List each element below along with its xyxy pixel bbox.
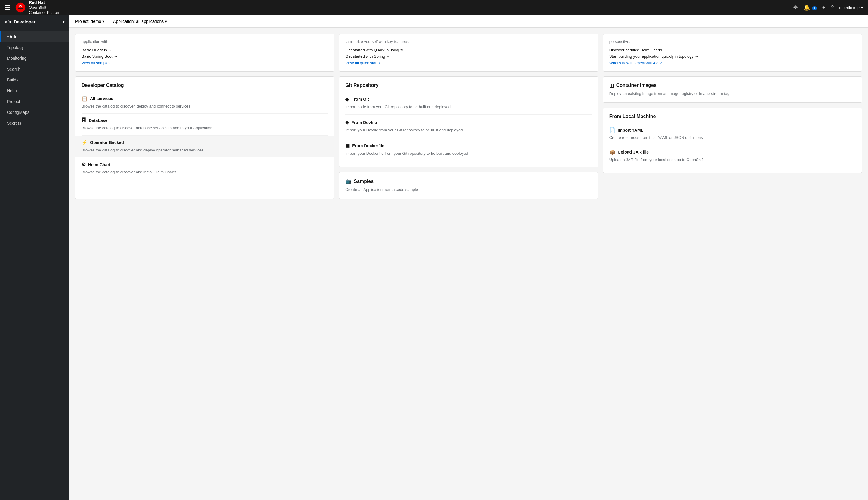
sidebar-nav: +Add Topology Monitoring Search Builds H… <box>0 29 69 131</box>
help-icon[interactable]: ? <box>831 4 834 11</box>
from-devfile-title: ◈ From Devfile <box>345 120 592 125</box>
whats-new-label: What's new in OpenShift 4.8 <box>609 61 659 65</box>
get-started-quarkus-link[interactable]: Get started with Quarkus using s2i → <box>345 48 592 52</box>
upload-jar-desc: Upload a JAR file from your local deskto… <box>609 157 856 163</box>
top-nav-right: ☫ 🔔 4 + ? opentlc-mgr ▾ <box>793 4 863 11</box>
import-yaml-desc: Create resources from their YAML or JSON… <box>609 135 856 141</box>
notification-icon[interactable]: 🔔 4 <box>803 4 817 11</box>
all-services-title: 📋 All services <box>81 96 328 102</box>
whatsnew-partial-card: perspective. Discover certified Helm Cha… <box>603 34 862 71</box>
redhat-logo <box>15 2 26 13</box>
user-menu[interactable]: opentlc-mgr ▾ <box>839 5 863 10</box>
project-selector[interactable]: Project: demo ▾ <box>75 19 104 24</box>
sidebar: </> Developer ▾ +Add Topology Monitoring… <box>0 15 69 500</box>
sidebar-item-configmaps[interactable]: ConfigMaps <box>0 107 69 118</box>
from-dockerfile-icon: ▣ <box>345 143 350 149</box>
import-yaml-icon: 📄 <box>609 127 615 133</box>
helm-chart-icon: ⚙ <box>81 162 86 167</box>
database-icon: 🗄 <box>81 118 86 123</box>
hamburger-icon[interactable]: ☰ <box>5 4 10 11</box>
database-item[interactable]: 🗄 Database Browse the catalog to discove… <box>81 114 328 136</box>
basic-spring-boot-link[interactable]: Basic Spring Boot → <box>81 54 328 59</box>
container-images-desc: Deploy an existing Image from an Image r… <box>609 91 856 97</box>
upload-jar-title: 📦 Upload JAR file <box>609 149 856 155</box>
from-dockerfile-item[interactable]: ▣ From Dockerfile Import your Dockerfile… <box>345 138 592 161</box>
quickstarts-partial-card: familiarize yourself with key features. … <box>339 34 598 71</box>
content-area: Project: demo ▾ | Application: all appli… <box>69 15 868 500</box>
whats-new-openshift-link[interactable]: What's new in OpenShift 4.8 <box>609 61 663 65</box>
sidebar-item-helm[interactable]: Helm <box>0 85 69 96</box>
view-all-quickstarts-link[interactable]: View all quick starts <box>345 61 380 65</box>
top-navigation: ☰ Red Hat OpenShift Container Platform ☫… <box>0 0 868 15</box>
container-images-icon: ◫ <box>609 83 614 88</box>
quickstarts-partial-text: familiarize yourself with key features. <box>345 39 592 45</box>
sidebar-item-search[interactable]: Search <box>0 64 69 75</box>
sidebar-item-project[interactable]: Project <box>0 96 69 107</box>
add-icon[interactable]: + <box>822 4 826 11</box>
git-repository-card: Git Repository ◆ From Git Import code fr… <box>339 76 598 168</box>
upload-jar-item[interactable]: 📦 Upload JAR file Upload a JAR file from… <box>609 145 856 167</box>
operator-backed-title: ⚡ Operator Backed <box>81 140 328 146</box>
main-layout: </> Developer ▾ +Add Topology Monitoring… <box>0 15 868 500</box>
operator-backed-desc: Browse the catalog to discover and deplo… <box>81 147 328 153</box>
container-images-card[interactable]: ◫ Container images Deploy an existing Im… <box>603 76 862 103</box>
samples-partial-card: application with. Basic Quarkus → Basic … <box>75 34 334 71</box>
notification-badge: 4 <box>812 6 817 10</box>
brand: Red Hat OpenShift Container Platform <box>15 0 62 15</box>
all-services-desc: Browse the catalog to discover, deploy a… <box>81 103 328 109</box>
sidebar-item-secrets[interactable]: Secrets <box>0 118 69 128</box>
container-images-title: Container images <box>616 83 657 88</box>
operator-backed-item[interactable]: ⚡ Operator Backed Browse the catalog to … <box>76 136 334 158</box>
samples-icon: 📺 <box>345 179 351 184</box>
application-selector[interactable]: Application: all applications ▾ <box>113 19 167 24</box>
import-yaml-item[interactable]: 📄 Import YAML Create resources from thei… <box>609 123 856 145</box>
grid-icon[interactable]: ☫ <box>793 4 798 11</box>
samples-partial-text: application with. <box>81 39 328 45</box>
sidebar-item-add[interactable]: +Add <box>0 31 69 42</box>
view-all-samples-link[interactable]: View all samples <box>81 61 111 65</box>
developer-catalog-card: Developer Catalog 📋 All services Browse … <box>75 76 334 199</box>
brand-main: Red Hat <box>29 0 62 5</box>
import-yaml-title: 📄 Import YAML <box>609 127 856 133</box>
sidebar-item-builds[interactable]: Builds <box>0 75 69 85</box>
sidebar-item-topology[interactable]: Topology <box>0 42 69 53</box>
helm-chart-desc: Browse the catalog to discover and insta… <box>81 169 328 175</box>
basic-quarkus-link[interactable]: Basic Quarkus → <box>81 48 328 52</box>
get-started-spring-link[interactable]: Get started with Spring → <box>345 54 592 59</box>
bottom-cards-row: Developer Catalog 📋 All services Browse … <box>75 76 862 199</box>
upload-jar-icon: 📦 <box>609 149 615 155</box>
sidebar-item-monitoring[interactable]: Monitoring <box>0 53 69 64</box>
from-devfile-item[interactable]: ◈ From Devfile Import your Devfile from … <box>345 115 592 138</box>
separator: | <box>108 18 110 24</box>
developer-label: Developer <box>14 19 36 24</box>
middle-column: Git Repository ◆ From Git Import code fr… <box>339 76 598 199</box>
all-services-item[interactable]: 📋 All services Browse the catalog to dis… <box>81 92 328 114</box>
whatsnew-partial-text: perspective. <box>609 39 856 45</box>
from-local-machine-card: From Local Machine 📄 Import YAML Create … <box>603 107 862 173</box>
brand-sub1: OpenShift <box>29 5 62 10</box>
brand-sub2: Container Platform <box>29 10 62 15</box>
database-desc: Browse the catalog to discover database … <box>81 125 328 131</box>
from-local-machine-title: From Local Machine <box>609 114 856 119</box>
from-git-item[interactable]: ◆ From Git Import code from your Git rep… <box>345 92 592 115</box>
project-label: Project: demo <box>75 19 101 24</box>
sidebar-developer-selector[interactable]: </> Developer ▾ <box>0 15 69 29</box>
samples-title: Samples <box>354 179 374 184</box>
from-dockerfile-desc: Import your Dockerfile from your Git rep… <box>345 150 592 157</box>
user-chevron: ▾ <box>861 5 863 10</box>
helm-chart-title: ⚙ Helm Chart <box>81 162 328 167</box>
helm-chart-item[interactable]: ⚙ Helm Chart Browse the catalog to disco… <box>81 157 328 179</box>
start-building-topology-link[interactable]: Start building your application quickly … <box>609 54 856 59</box>
from-devfile-desc: Import your Devfile from your Git reposi… <box>345 127 592 133</box>
all-services-icon: 📋 <box>81 96 88 102</box>
discover-helm-charts-link[interactable]: Discover certified Helm Charts → <box>609 48 856 52</box>
from-git-desc: Import code from your Git repository to … <box>345 104 592 110</box>
right-column: ◫ Container images Deploy an existing Im… <box>603 76 862 199</box>
sub-header: Project: demo ▾ | Application: all appli… <box>69 15 868 27</box>
samples-icon-title: 📺 Samples <box>345 179 592 184</box>
brand-text: Red Hat OpenShift Container Platform <box>29 0 62 15</box>
from-git-icon: ◆ <box>345 96 349 102</box>
cards-area: application with. Basic Quarkus → Basic … <box>69 27 868 500</box>
samples-card[interactable]: 📺 Samples Create an Application from a c… <box>339 172 598 199</box>
developer-chevron: ▾ <box>63 20 64 24</box>
